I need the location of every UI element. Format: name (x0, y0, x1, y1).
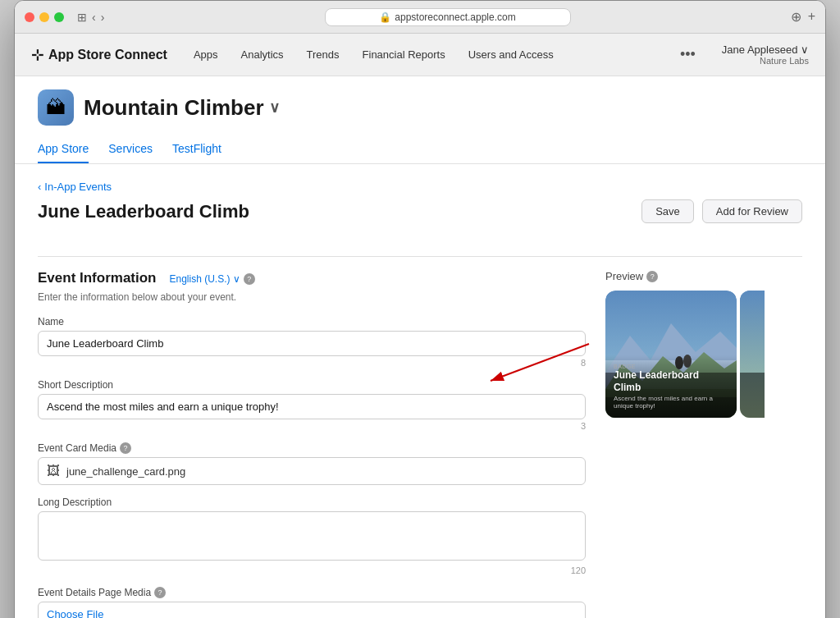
event-card-media-field-group: Event Card Media ? 🖼 june_challenge_card… (38, 442, 586, 485)
short-description-field-group: Short Description 3 (38, 379, 586, 431)
titlebar-actions: ⊕ + (791, 9, 815, 25)
brand[interactable]: ⊹ App Store Connect (31, 46, 167, 64)
long-description-char-count: 120 (38, 565, 586, 575)
event-details-media-label: Event Details Page Media ? (38, 587, 586, 598)
page-title-row: June Leaderboard Climb Save Add for Revi… (38, 199, 802, 223)
app-icon-glyph: 🏔 (46, 96, 66, 119)
app-tabs: App Store Services TestFlight (38, 135, 802, 163)
app-icon: 🏔 (38, 89, 74, 126)
brand-icon: ⊹ (31, 46, 43, 64)
nav-analytics[interactable]: Analytics (241, 45, 284, 64)
url-bar-container: 🔒 appstoreconnect.apple.com (111, 8, 783, 26)
app-window: ⊞ ‹ › 🔒 appstoreconnect.apple.com ⊕ + ⊹ … (14, 0, 826, 618)
navbar: ⊹ App Store Connect Apps Analytics Trend… (15, 34, 825, 76)
section-header: Event Information English (U.S.) ∨ ? (38, 270, 586, 288)
file-name-text: june_challenge_card.png (66, 465, 185, 478)
nav-users-access[interactable]: Users and Access (468, 45, 554, 64)
separator (38, 256, 802, 257)
event-details-media-field-group: Event Details Page Media ? Choose File (38, 587, 586, 618)
event-card-media-help-icon[interactable]: ? (120, 442, 131, 454)
url-text: appstoreconnect.apple.com (395, 11, 515, 23)
long-description-field-group: Long Description 120 (38, 497, 586, 575)
nav-financial-reports[interactable]: Financial Reports (363, 45, 445, 64)
preview-cards-row: BADGE June Leaderboard Climb Ascend the … (605, 291, 802, 418)
short-description-char-count: 3 (38, 421, 586, 431)
lock-icon: 🔒 (379, 11, 391, 23)
preview-help-icon[interactable]: ? (646, 271, 658, 282)
image-file-icon: 🖼 (47, 464, 60, 478)
nav-user[interactable]: Jane Appleseed ∨ Nature Labs (722, 43, 809, 66)
app-name-button[interactable]: Mountain Climber ∨ (84, 95, 280, 121)
app-name-text: Mountain Climber (84, 95, 264, 121)
sidebar-toggle-icon[interactable]: ⊞ (77, 11, 87, 24)
name-char-count: 8 (38, 358, 586, 368)
choose-file-button[interactable]: Choose File (47, 608, 103, 618)
language-text: English (U.S.) ∨ (170, 273, 240, 285)
forward-icon[interactable]: › (101, 11, 105, 24)
traffic-lights (25, 12, 64, 22)
share-icon[interactable]: ⊕ (791, 9, 801, 25)
language-selector[interactable]: English (U.S.) ∨ ? (170, 273, 255, 285)
section-title: Event Information (38, 270, 157, 286)
preview-label: Preview ? (605, 270, 802, 282)
app-title-row: 🏔 Mountain Climber ∨ (38, 89, 802, 126)
preview-card-partial-svg (740, 291, 765, 418)
nav-links: Apps Analytics Trends Financial Reports … (194, 45, 654, 64)
breadcrumb[interactable]: ‹ In-App Events (38, 181, 802, 193)
long-description-input[interactable] (38, 511, 586, 561)
name-label: Name (38, 316, 586, 327)
page-title: June Leaderboard Climb (38, 201, 249, 222)
event-card-media-label: Event Card Media ? (38, 442, 586, 454)
preview-card-title: June Leaderboard Climb (614, 369, 728, 393)
save-button[interactable]: Save (641, 199, 694, 223)
section-subtitle: Enter the information below about your e… (38, 291, 586, 303)
url-bar[interactable]: 🔒 appstoreconnect.apple.com (325, 8, 571, 26)
tab-services[interactable]: Services (108, 135, 153, 163)
language-help-icon[interactable]: ? (244, 273, 255, 285)
maximize-button[interactable] (54, 12, 64, 22)
name-field-group: Name 8 (38, 316, 586, 368)
name-input[interactable] (38, 331, 586, 356)
app-name-chevron-icon: ∨ (269, 98, 280, 117)
breadcrumb-text: In-App Events (44, 181, 112, 193)
preview-card-description: Ascend the most miles and earn a unique … (614, 395, 728, 410)
content-area: ‹ In-App Events June Leaderboard Climb S… (15, 164, 825, 618)
breadcrumb-chevron-icon: ‹ (38, 181, 41, 193)
tab-testflight[interactable]: TestFlight (172, 135, 221, 163)
back-icon[interactable]: ‹ (92, 11, 96, 24)
preview-card-main: BADGE June Leaderboard Climb Ascend the … (605, 291, 737, 418)
short-description-label: Short Description (38, 379, 586, 391)
tab-app-store[interactable]: App Store (38, 135, 89, 163)
short-description-input[interactable] (38, 394, 586, 419)
main-layout: Event Information English (U.S.) ∨ ? Ent… (38, 270, 802, 618)
long-description-label: Long Description (38, 497, 586, 508)
titlebar: ⊞ ‹ › 🔒 appstoreconnect.apple.com ⊕ + (15, 1, 825, 34)
event-card-media-file-input[interactable]: 🖼 june_challenge_card.png (38, 457, 586, 485)
close-button[interactable] (25, 12, 34, 22)
preview-section: Preview ? (605, 270, 802, 618)
nav-trends[interactable]: Trends (307, 45, 340, 64)
preview-card-overlay: BADGE June Leaderboard Climb Ascend the … (605, 355, 737, 418)
svg-rect-11 (740, 373, 765, 418)
form-section: Event Information English (U.S.) ∨ ? Ent… (38, 270, 586, 618)
nav-more-button[interactable]: ••• (680, 46, 696, 63)
brand-text: App Store Connect (48, 48, 167, 62)
new-tab-icon[interactable]: + (808, 9, 815, 25)
user-name: Jane Appleseed ∨ (722, 43, 809, 56)
event-details-media-help-icon[interactable]: ? (154, 587, 166, 598)
preview-card-partial (740, 291, 765, 418)
preview-badge-label: BADGE (614, 364, 728, 369)
add-review-button[interactable]: Add for Review (702, 199, 802, 223)
nav-controls: ⊞ ‹ › (77, 11, 104, 24)
page-actions: Save Add for Review (641, 199, 802, 223)
minimize-button[interactable] (39, 12, 49, 22)
user-org: Nature Labs (722, 56, 809, 66)
app-header: 🏔 Mountain Climber ∨ App Store Services … (15, 76, 825, 164)
event-details-media-input[interactable]: Choose File (38, 602, 586, 618)
nav-apps[interactable]: Apps (194, 45, 218, 64)
